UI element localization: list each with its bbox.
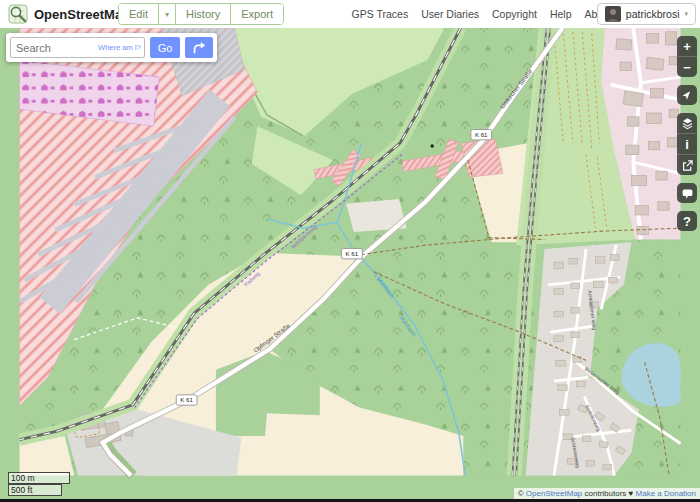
attribution: © OpenStreetMap contributors ♥ Make a Do… (514, 488, 700, 499)
scale-imperial: 500 ft (8, 484, 62, 496)
app-header: OpenStreetMap Edit ▾ History Export GPS … (0, 0, 700, 28)
nav-gps-traces[interactable]: GPS Traces (352, 8, 409, 20)
layers-button[interactable] (677, 113, 697, 133)
brand-title: OpenStreetMap (34, 7, 130, 22)
secondary-nav: GPS Traces User Diaries Copyright Help A… (352, 0, 612, 28)
user-menu[interactable]: patrickbrosi ▾ (597, 3, 696, 25)
svg-text:K 61: K 61 (475, 131, 488, 138)
map-controls: + − i (677, 36, 697, 239)
scale-bar: 100 m 500 ft (8, 472, 70, 496)
add-note-button[interactable] (677, 183, 697, 203)
attribution-prefix: © (518, 489, 526, 498)
locate-arrow-icon (681, 89, 693, 101)
directions-button[interactable] (185, 37, 213, 58)
go-button[interactable]: Go (150, 37, 180, 58)
map-key-button[interactable]: i (677, 133, 697, 154)
primary-nav-buttons: Edit ▾ History Export (118, 3, 284, 25)
note-bubble-icon (681, 187, 694, 200)
nav-user-diaries[interactable]: User Diaries (421, 8, 479, 20)
edit-dropdown-caret[interactable]: ▾ (159, 4, 176, 24)
user-dropdown-caret: ▾ (684, 10, 688, 18)
where-am-i-link[interactable]: Where am I? (98, 43, 141, 52)
zoom-out-button[interactable]: − (677, 56, 697, 77)
username: patrickbrosi (626, 8, 680, 20)
osm-logo-brand[interactable]: OpenStreetMap (8, 4, 130, 24)
map-canvas[interactable]: Umkircher StraßeOpfinger StraßeMühlbachM… (0, 28, 700, 502)
donate-link[interactable]: Make a Donation (633, 489, 696, 498)
svg-text:K 61: K 61 (346, 250, 359, 257)
history-button[interactable]: History (176, 4, 231, 24)
osm-link[interactable]: OpenStreetMap (526, 489, 582, 498)
geolocate-button[interactable] (677, 85, 697, 105)
export-button[interactable]: Export (231, 4, 283, 24)
svg-text:K 61: K 61 (180, 396, 193, 403)
road-shield: K 61 (342, 248, 363, 258)
road-shield: K 61 (471, 130, 492, 140)
avatar (605, 6, 621, 22)
map-render: Umkircher StraßeOpfinger StraßeMühlbachM… (0, 28, 700, 502)
osm-logo-icon (8, 4, 28, 24)
layers-icon (681, 117, 694, 130)
attribution-contributors: contributors (582, 489, 628, 498)
search-panel: Where am I? Go (6, 33, 217, 62)
scale-metric: 100 m (8, 472, 70, 484)
nav-copyright[interactable]: Copyright (492, 8, 537, 20)
query-features-button[interactable]: ? (677, 211, 697, 231)
share-button[interactable] (677, 154, 697, 175)
zoom-in-button[interactable]: + (677, 36, 697, 56)
nav-help[interactable]: Help (550, 8, 572, 20)
share-icon (681, 159, 694, 172)
road-shield: K 61 (176, 395, 197, 405)
directions-arrow-icon (191, 40, 207, 56)
edit-button[interactable]: Edit (119, 4, 159, 24)
poi-marker (430, 144, 433, 147)
